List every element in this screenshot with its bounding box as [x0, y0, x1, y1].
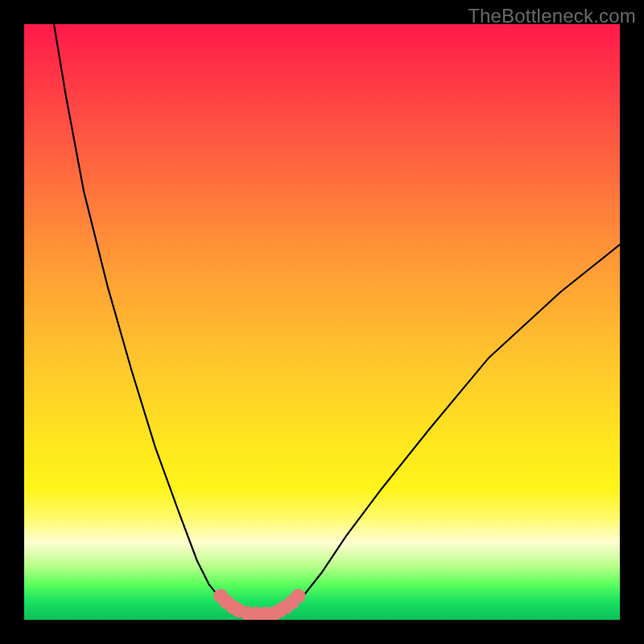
watermark-text: TheBottleneck.com — [468, 5, 636, 27]
curve-lines — [54, 24, 620, 614]
right-curve — [283, 245, 620, 614]
marker-dot — [291, 588, 305, 603]
chart-svg — [24, 24, 620, 620]
left-curve — [54, 24, 242, 614]
bottom-markers — [213, 588, 305, 620]
chart-frame: TheBottleneck.com — [0, 0, 644, 644]
